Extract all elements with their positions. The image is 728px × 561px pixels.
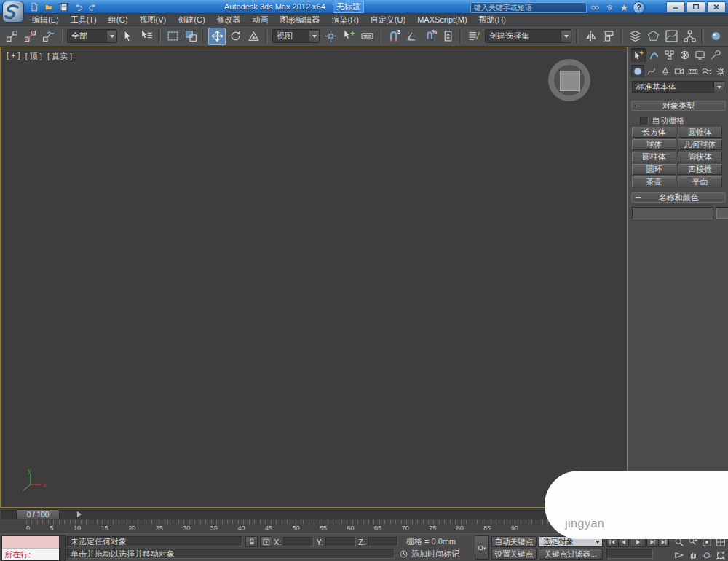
track-bar[interactable]: 051015202530354045505560657075808590 bbox=[0, 519, 628, 534]
favorites-star-icon[interactable] bbox=[618, 2, 630, 13]
object-type-button[interactable]: 长方体 bbox=[632, 127, 676, 138]
spinner-snap-toggle-icon[interactable] bbox=[439, 28, 456, 45]
viewport-menu-general[interactable]: [ + ] bbox=[7, 51, 20, 62]
menu-item[interactable]: 编辑(E) bbox=[26, 13, 65, 26]
select-and-link-icon[interactable] bbox=[3, 28, 20, 45]
object-type-button[interactable]: 几何球体 bbox=[678, 139, 722, 150]
select-and-manipulate-icon[interactable] bbox=[340, 28, 357, 45]
3dsmax-logo[interactable] bbox=[2, 1, 24, 23]
time-slider-next-icon[interactable] bbox=[77, 511, 84, 517]
select-and-scale-icon[interactable] bbox=[245, 28, 262, 45]
menu-item[interactable]: 自定义(U) bbox=[365, 13, 411, 26]
auto-key-button[interactable]: 自动关键点 bbox=[491, 536, 537, 547]
redo-button[interactable] bbox=[86, 1, 99, 12]
menu-item[interactable]: 组(G) bbox=[103, 13, 134, 26]
set-keys-button[interactable] bbox=[475, 536, 489, 560]
curve-editor-icon[interactable] bbox=[662, 28, 680, 45]
category-shapes-icon[interactable] bbox=[645, 65, 658, 77]
category-geometry-icon[interactable] bbox=[631, 65, 644, 77]
selection-lock-icon[interactable] bbox=[245, 536, 258, 547]
select-and-rotate-icon[interactable] bbox=[226, 28, 244, 45]
help-icon[interactable]: ? bbox=[633, 1, 645, 14]
render-setup-icon[interactable] bbox=[725, 28, 728, 45]
angle-snap-toggle-icon[interactable] bbox=[403, 28, 420, 45]
select-object-icon[interactable] bbox=[119, 28, 137, 45]
minimize-button[interactable] bbox=[666, 1, 685, 12]
object-name-field[interactable] bbox=[632, 207, 713, 219]
communication-center-icon[interactable] bbox=[604, 2, 616, 13]
material-editor-icon[interactable] bbox=[707, 28, 724, 45]
rollout-name-and-color[interactable]: 名称和颜色 bbox=[631, 192, 726, 203]
object-type-button[interactable]: 圆环 bbox=[632, 164, 676, 175]
tab-create-icon[interactable] bbox=[631, 48, 646, 62]
mirror-icon[interactable] bbox=[582, 28, 599, 45]
select-and-move-icon[interactable] bbox=[208, 28, 226, 45]
menu-item[interactable]: 渲染(R) bbox=[326, 13, 365, 26]
object-type-button[interactable]: 四棱锥 bbox=[678, 164, 722, 175]
maxscript-mini-listener[interactable]: 所在行: bbox=[1, 536, 60, 561]
category-helpers-icon[interactable] bbox=[687, 65, 700, 77]
search-icon[interactable] bbox=[589, 2, 601, 13]
x-field[interactable] bbox=[283, 537, 314, 546]
add-time-tag[interactable]: 添加时间标记 bbox=[399, 549, 459, 560]
menu-item[interactable]: 创建(C) bbox=[172, 13, 210, 26]
object-type-button[interactable]: 管状体 bbox=[678, 152, 722, 162]
dropdown-arrow-icon[interactable] bbox=[561, 31, 571, 42]
listener-line[interactable]: 所在行: bbox=[2, 548, 59, 560]
viewcube[interactable] bbox=[548, 59, 590, 101]
search-input[interactable] bbox=[470, 2, 587, 13]
dropdown-arrow-icon[interactable] bbox=[713, 82, 724, 93]
dropdown-arrow-icon[interactable] bbox=[106, 31, 116, 42]
new-file-button[interactable] bbox=[28, 1, 41, 12]
edit-named-selection-sets-icon[interactable] bbox=[465, 28, 483, 45]
category-space-warps-icon[interactable] bbox=[700, 65, 713, 77]
bind-to-space-warp-icon[interactable] bbox=[39, 28, 57, 45]
tab-display-icon[interactable] bbox=[692, 48, 707, 62]
zoom-region-icon[interactable] bbox=[673, 549, 686, 561]
key-filters-button[interactable]: 关键点过滤器... bbox=[539, 549, 603, 560]
maximize-button[interactable] bbox=[687, 1, 705, 12]
object-category-dropdown[interactable]: 标准基本体 bbox=[632, 81, 724, 93]
menu-item[interactable]: 帮助(H) bbox=[473, 13, 512, 26]
object-type-button[interactable]: 球体 bbox=[632, 139, 676, 150]
unlink-selection-icon[interactable] bbox=[21, 28, 39, 45]
maximize-viewport-toggle-icon[interactable] bbox=[714, 549, 727, 561]
menu-item[interactable]: 动画 bbox=[247, 13, 274, 26]
viewport-menu-shading[interactable]: [ 真实 ] bbox=[47, 51, 72, 62]
category-systems-icon[interactable] bbox=[714, 65, 727, 77]
percent-snap-toggle-icon[interactable]: % bbox=[421, 28, 438, 45]
tab-hierarchy-icon[interactable] bbox=[662, 48, 676, 62]
menu-item[interactable]: 工具(T) bbox=[65, 13, 103, 26]
z-field[interactable] bbox=[368, 537, 398, 546]
snaps-toggle-3d-icon[interactable]: 3 bbox=[384, 28, 402, 45]
select-by-name-icon[interactable] bbox=[138, 28, 155, 45]
viewport-top[interactable]: [ + ] [ 顶 ] [ 真实 ] x y bbox=[0, 47, 628, 508]
use-pivot-center-icon[interactable] bbox=[322, 28, 339, 45]
tab-modify-icon[interactable] bbox=[646, 48, 661, 62]
align-icon[interactable] bbox=[600, 28, 617, 45]
close-button[interactable] bbox=[707, 1, 726, 12]
rectangular-selection-region-icon[interactable] bbox=[164, 28, 181, 45]
menu-item[interactable]: 修改器 bbox=[211, 13, 247, 26]
object-color-swatch[interactable] bbox=[716, 207, 728, 219]
reference-coordinate-dropdown[interactable]: 视图 bbox=[272, 29, 320, 43]
viewport-menu-pov[interactable]: [ 顶 ] bbox=[25, 51, 42, 62]
macro-recorder-line[interactable] bbox=[2, 536, 59, 548]
viewcube-top-face[interactable] bbox=[560, 71, 580, 91]
rollout-object-type[interactable]: 对象类型 bbox=[631, 101, 726, 111]
object-type-button[interactable]: 圆锥体 bbox=[678, 127, 722, 138]
object-type-button[interactable]: 圆柱体 bbox=[632, 152, 676, 162]
undo-button[interactable] bbox=[71, 1, 84, 12]
menu-item[interactable]: 图形编辑器 bbox=[274, 13, 326, 26]
schematic-view-icon[interactable] bbox=[681, 28, 698, 45]
category-lights-icon[interactable] bbox=[659, 65, 672, 77]
orbit-icon[interactable] bbox=[700, 549, 713, 561]
tab-utilities-icon[interactable] bbox=[708, 48, 722, 62]
layer-manager-icon[interactable] bbox=[626, 28, 644, 45]
category-cameras-icon[interactable] bbox=[673, 65, 686, 77]
menu-item[interactable]: MAXScript(M) bbox=[411, 13, 472, 26]
graphite-ribbon-toggle-icon[interactable] bbox=[644, 28, 662, 45]
keyboard-shortcut-override-icon[interactable] bbox=[358, 28, 376, 45]
dropdown-arrow-icon[interactable] bbox=[309, 31, 319, 42]
absolute-offset-mode-icon[interactable] bbox=[260, 536, 272, 547]
